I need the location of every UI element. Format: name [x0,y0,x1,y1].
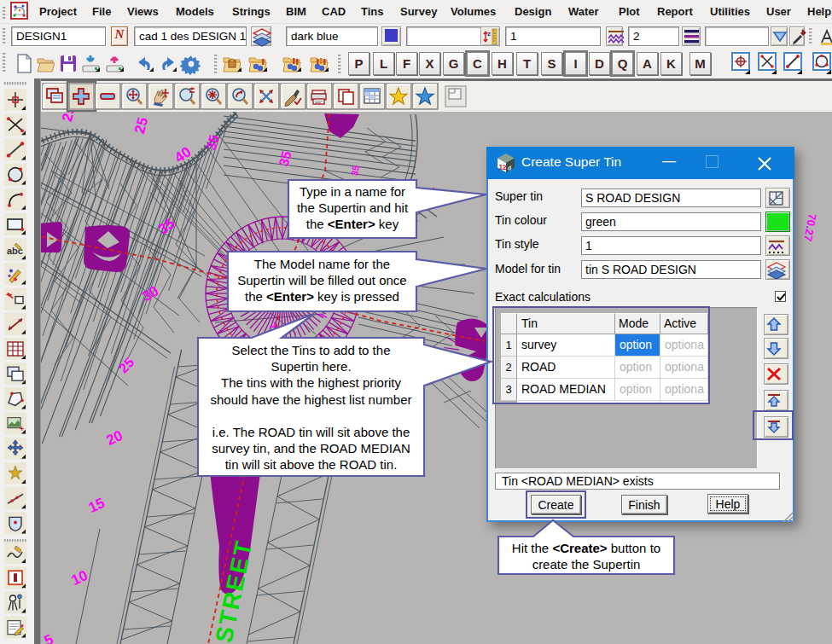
svg-text:35: 35 [349,165,361,177]
svg-text:d: d [508,165,511,171]
svg-text:+: + [20,425,24,433]
svg-text:12: 12 [499,163,507,171]
svg-text:+: + [6,291,10,299]
